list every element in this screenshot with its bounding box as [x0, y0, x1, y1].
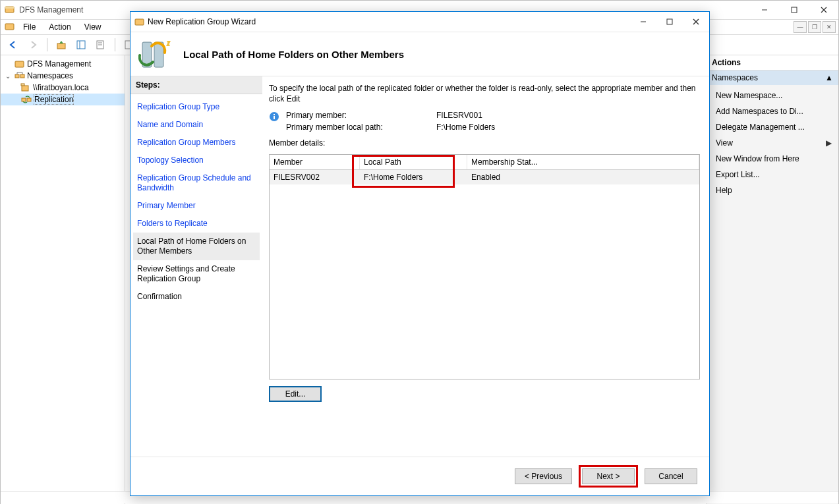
- svg-rect-8: [77, 41, 85, 49]
- forward-button[interactable]: [24, 36, 42, 53]
- collapse-icon[interactable]: ▲: [825, 73, 833, 82]
- svg-rect-16: [15, 61, 24, 67]
- tree-replication[interactable]: Replication: [1, 94, 125, 105]
- svg-rect-28: [667, 19, 672, 24]
- previous-button[interactable]: < Previous: [515, 468, 572, 484]
- expand-collapse-icon[interactable]: ⌄: [3, 72, 13, 80]
- tree-namespace-item[interactable]: \\firatboyan.loca: [1, 82, 125, 94]
- maximize-button[interactable]: [779, 1, 809, 19]
- action-delegate[interactable]: Delegate Management ...: [707, 119, 838, 135]
- step-replication-group-type[interactable]: Replication Group Type: [133, 98, 260, 116]
- step-primary-member[interactable]: Primary Member: [133, 197, 260, 215]
- svg-rect-17: [15, 74, 19, 78]
- tree-namespaces-label: Namespaces: [27, 71, 73, 80]
- svg-rect-7: [57, 43, 65, 49]
- highlight-next: Next >: [579, 465, 638, 488]
- wizard-dialog: New Replication Group Wizard Local Path …: [130, 11, 710, 496]
- tree-root[interactable]: DFS Management: [1, 58, 125, 70]
- wizard-intro-text: To specify the local path of the replica…: [269, 83, 700, 104]
- app-icon: [5, 5, 15, 15]
- label-primary-member: Primary member:: [286, 111, 431, 120]
- action-new-namespace[interactable]: New Namespace...: [707, 88, 838, 103]
- action-view[interactable]: View▶: [707, 135, 838, 151]
- action-export[interactable]: Export List...: [707, 167, 838, 182]
- tree-namespaces[interactable]: ⌄ Namespaces: [1, 70, 125, 82]
- back-button[interactable]: [5, 36, 22, 53]
- dialog-icon: [134, 16, 145, 27]
- member-details-table-wrap: Member Local Path Membership Stat... FIL…: [269, 154, 700, 379]
- svg-rect-25: [27, 98, 31, 101]
- info-icon: [269, 111, 279, 122]
- table-row[interactable]: FILESRV002 F:\Home Folders Enabled: [270, 170, 699, 185]
- svg-rect-37: [274, 114, 275, 115]
- next-button[interactable]: Next >: [582, 468, 635, 484]
- member-details-label: Member details:: [269, 138, 700, 148]
- svg-rect-26: [135, 19, 144, 25]
- properties-button[interactable]: [92, 36, 109, 53]
- tree-root-label: DFS Management: [27, 59, 91, 69]
- mdi-minimize-button[interactable]: —: [794, 21, 807, 33]
- tree-pane[interactable]: DFS Management ⌄ Namespaces \\firatboyan…: [1, 55, 125, 504]
- dialog-titlebar: New Replication Group Wizard: [130, 12, 709, 32]
- step-review: Review Settings and Create Replication G…: [133, 260, 260, 288]
- menu-action[interactable]: Action: [43, 21, 76, 33]
- svg-rect-6: [5, 24, 14, 30]
- wizard-page-title: Local Path of Home Folders on Other Memb…: [183, 49, 404, 60]
- dialog-close-button[interactable]: [683, 12, 709, 32]
- wizard-steps-pane: Steps: Replication Group Type Name and D…: [130, 76, 262, 457]
- edit-button[interactable]: Edit...: [269, 386, 322, 402]
- label-primary-path: Primary member local path:: [286, 123, 431, 132]
- svg-rect-23: [21, 84, 24, 86]
- cancel-button[interactable]: Cancel: [645, 468, 697, 484]
- menu-app-icon: [5, 22, 15, 32]
- mdi-close-button[interactable]: ✕: [823, 21, 836, 33]
- step-topology-selection[interactable]: Topology Selection: [133, 152, 260, 169]
- step-schedule-bandwidth[interactable]: Replication Group Schedule and Bandwidth: [133, 169, 260, 197]
- step-folders-to-replicate[interactable]: Folders to Replicate: [133, 215, 260, 233]
- step-name-and-domain[interactable]: Name and Domain: [133, 116, 260, 134]
- mdi-controls: — ❐ ✕: [794, 21, 838, 33]
- show-hide-tree-button[interactable]: [72, 36, 90, 53]
- steps-label: Steps:: [130, 76, 262, 94]
- wizard-content: To specify the local path of the replica…: [262, 76, 709, 457]
- cell-member: FILESRV002: [270, 170, 360, 185]
- member-details-table[interactable]: Member Local Path Membership Stat... FIL…: [270, 155, 699, 184]
- svg-rect-3: [792, 7, 797, 13]
- col-status[interactable]: Membership Stat...: [467, 155, 699, 170]
- tree-replication-label: Replication: [34, 94, 74, 105]
- svg-rect-1: [5, 7, 14, 9]
- actions-section-label: Namespaces: [712, 73, 758, 82]
- step-replication-group-members[interactable]: Replication Group Members: [133, 134, 260, 152]
- col-member[interactable]: Member: [270, 155, 360, 170]
- tree-namespace-item-label: \\firatboyan.loca: [33, 83, 89, 92]
- svg-rect-24: [22, 98, 26, 101]
- minimize-button[interactable]: [749, 1, 779, 19]
- actions-section-title[interactable]: Namespaces ▲: [707, 70, 838, 85]
- col-local-path[interactable]: Local Path: [360, 155, 467, 170]
- dialog-minimize-button[interactable]: [630, 12, 656, 32]
- cell-local-path: F:\Home Folders: [360, 170, 467, 185]
- wizard-banner-icon: [138, 37, 173, 71]
- namespace-icon: [14, 70, 25, 81]
- mdi-restore-button[interactable]: ❐: [808, 21, 821, 33]
- wizard-banner: Local Path of Home Folders on Other Memb…: [130, 32, 709, 76]
- close-button[interactable]: [809, 1, 838, 19]
- action-new-window[interactable]: New Window from Here: [707, 151, 838, 167]
- window-controls: [749, 1, 838, 19]
- action-help[interactable]: Help: [707, 182, 838, 198]
- svg-rect-18: [20, 74, 24, 78]
- actions-header: Actions: [707, 55, 838, 70]
- folder-icon: [14, 59, 25, 69]
- value-primary-path: F:\Home Folders: [436, 123, 495, 132]
- svg-rect-36: [274, 116, 275, 119]
- dialog-title: New Replication Group Wizard: [145, 17, 630, 26]
- dialog-maximize-button[interactable]: [656, 12, 683, 32]
- up-button[interactable]: [53, 36, 70, 53]
- chevron-right-icon: ▶: [826, 138, 832, 148]
- menu-view[interactable]: View: [79, 21, 107, 33]
- menu-file[interactable]: File: [18, 21, 41, 33]
- step-confirmation: Confirmation: [133, 288, 260, 306]
- action-add-namespaces[interactable]: Add Namespaces to Di...: [707, 103, 838, 119]
- wizard-footer: < Previous Next > Cancel: [130, 457, 709, 495]
- cell-status: Enabled: [467, 170, 699, 185]
